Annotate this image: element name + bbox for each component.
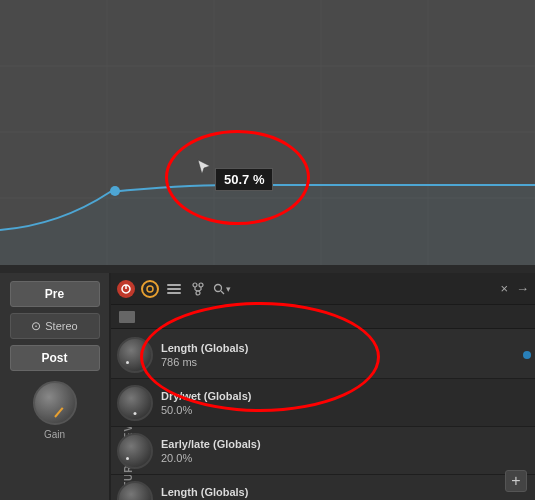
item-name: Dry/wet (Globals) [161, 390, 529, 402]
item-indicator [523, 351, 531, 359]
add-button[interactable]: + [505, 470, 527, 492]
left-sidebar: Pre ⊙ Stereo Post Gain [0, 273, 110, 500]
separator [0, 265, 535, 273]
svg-line-17 [195, 290, 198, 291]
item-info: Early/late (Globals) 20.0% [161, 438, 529, 464]
item-name: Length (Globals) [161, 342, 529, 354]
item-value: 20.0% [161, 452, 529, 464]
line-bar-1 [167, 284, 181, 286]
svg-line-20 [221, 291, 224, 294]
envelope-point[interactable] [110, 186, 120, 196]
svg-line-18 [198, 290, 201, 291]
bottom-area: Pre ⊙ Stereo Post Gain TURBOREVERB [0, 273, 535, 500]
item-name: Length (Globals) [161, 486, 529, 498]
orange-icon[interactable] [141, 280, 159, 298]
close-button[interactable]: × [500, 281, 508, 296]
plugin-subheader [111, 305, 535, 329]
list-item[interactable]: Early/late (Globals) 20.0% [111, 427, 535, 475]
item-value: 786 ms [161, 356, 529, 368]
item-name: Early/late (Globals) [161, 438, 529, 450]
gain-knob[interactable] [33, 381, 77, 425]
length-globals-knob-2[interactable] [117, 481, 153, 501]
item-info: Length (Globals) 786 [161, 486, 529, 501]
search-icon[interactable]: ▾ [213, 280, 231, 298]
item-info: Length (Globals) 786 ms [161, 342, 529, 368]
gain-label: Gain [44, 429, 65, 440]
fork-icon[interactable] [189, 280, 207, 298]
item-info: Dry/wet (Globals) 50.0% [161, 390, 529, 416]
list-item[interactable]: Length (Globals) 786 [111, 475, 535, 500]
cursor-arrow [196, 158, 216, 178]
gain-knob-area: Gain [33, 381, 77, 440]
svg-point-11 [147, 286, 153, 292]
knob-dot [126, 457, 129, 460]
svg-point-19 [215, 284, 222, 291]
forward-button[interactable]: → [516, 281, 529, 296]
stereo-label: Stereo [45, 320, 77, 332]
plugin-list: Length (Globals) 786 ms Dry/wet (Globals… [111, 329, 535, 500]
plugin-panel: ▾ × → Length (Globals) 786 ms [110, 273, 535, 500]
svg-point-12 [193, 283, 197, 287]
drywet-globals-knob[interactable] [117, 385, 153, 421]
svg-point-14 [196, 291, 200, 295]
knob-dot [126, 361, 129, 364]
svg-marker-8 [198, 160, 210, 174]
stereo-icon: ⊙ [31, 319, 41, 333]
svg-point-13 [199, 283, 203, 287]
knob-dot [134, 412, 137, 415]
item-value: 50.0% [161, 404, 529, 416]
knob-indicator [54, 407, 63, 417]
menu-icon[interactable] [165, 280, 183, 298]
line-bar-2 [167, 288, 181, 290]
search-dropdown-arrow: ▾ [226, 284, 231, 294]
envelope-area: 50.7 % [0, 0, 535, 265]
post-button[interactable]: Post [10, 345, 100, 371]
pre-button[interactable]: Pre [10, 281, 100, 307]
stereo-button[interactable]: ⊙ Stereo [10, 313, 100, 339]
list-item[interactable]: Dry/wet (Globals) 50.0% [111, 379, 535, 427]
line-bar-3 [167, 292, 181, 294]
plugin-header: ▾ × → [111, 273, 535, 305]
list-item[interactable]: Length (Globals) 786 ms [111, 331, 535, 379]
earlylate-globals-knob[interactable] [117, 433, 153, 469]
length-globals-knob[interactable] [117, 337, 153, 373]
